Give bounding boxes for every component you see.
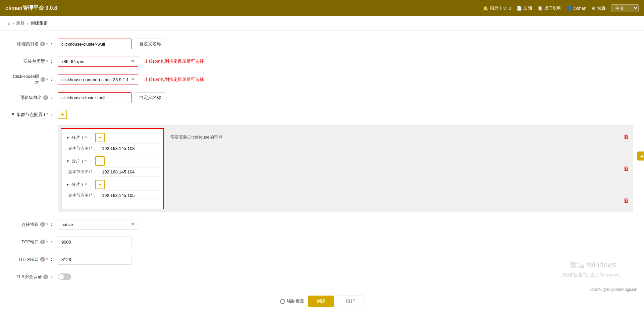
language-selector[interactable]: 中文 English [611, 4, 639, 12]
notification-count: 0 [508, 6, 511, 11]
api-icon: 📋 [537, 6, 543, 11]
cluster-node-content: + [58, 110, 633, 122]
shard-1-replica-info[interactable]: i [89, 146, 90, 151]
settings-link[interactable]: ⚙ 设置 [592, 5, 606, 11]
physical-cluster-custom-btn[interactable]: 自定义名称 [135, 39, 165, 49]
node-hint-content: 需要安装ClickHouse的节点 [170, 131, 616, 140]
tcp-port-input[interactable] [58, 237, 131, 247]
shard-2-title: ▼ 分片 i *： + [65, 156, 159, 166]
add-shard-area: + [58, 110, 67, 122]
brand-title: ckman管理平台 3.0.8 [5, 5, 57, 12]
version-hint: 上传rpm包到指定目录后可选择 [144, 76, 204, 83]
logical-cluster-input[interactable] [58, 92, 131, 103]
api-link[interactable]: 📋 接口说明 [537, 5, 561, 11]
shard-2-add-replica-btn[interactable]: + [95, 156, 105, 166]
shard-1-replica-label: 副本节点IP i *： [67, 146, 97, 151]
physical-cluster-label: 物理集群名 i *： [11, 41, 58, 47]
gear-icon: ⚙ [592, 6, 596, 11]
shard-1-title: ▼ 分片 i *： + [65, 133, 159, 142]
shards-panel: ▼ 分片 i *： + 副本节点IP i *： [61, 128, 164, 209]
delete-shard-3-btn[interactable]: 🗑 [624, 198, 629, 203]
physical-cluster-control: 自定义名称 [58, 39, 165, 49]
physical-cluster-input[interactable] [58, 39, 131, 49]
http-port-info-icon[interactable]: i [40, 257, 45, 262]
tcp-port-control [58, 237, 131, 247]
create-button[interactable]: 创建 [308, 296, 334, 307]
shard-1-collapse-icon: ▼ [66, 136, 69, 140]
shard-2-collapse-icon: ▼ [66, 159, 69, 163]
shard-3-info[interactable]: i [82, 182, 83, 187]
shard-3-replica-label: 副本节点IP i *： [67, 193, 97, 198]
delete-shard-2-btn[interactable]: 🗑 [624, 166, 629, 171]
shard-1: ▼ 分片 i *： + 副本节点IP i *： [65, 133, 159, 153]
user-label: ckman [574, 6, 586, 11]
override-label: 强制覆盖 [287, 298, 304, 304]
docs-label: 文档 [523, 5, 532, 11]
protocol-control: native http [58, 219, 138, 230]
tls-row: TLS安全认证 i： [11, 271, 633, 282]
override-checkbox-label[interactable]: 强制覆盖 [280, 298, 304, 304]
tcp-port-row: TCP端口 i *： [11, 237, 633, 247]
notification-link[interactable]: 🔔 消息中心 0 [483, 5, 511, 11]
tls-toggle[interactable] [58, 273, 71, 280]
version-info-icon[interactable]: i [41, 77, 45, 82]
shard-3-collapse-icon: ▼ [66, 183, 69, 187]
shard-3-replica: 副本节点IP i *： [65, 191, 159, 200]
cluster-node-info-icon[interactable]: i [44, 112, 45, 117]
breadcrumb: ⌂ › 集群 › 创建集群 [0, 16, 644, 31]
install-type-label: 安装包类型 *： [11, 58, 58, 64]
install-type-select[interactable]: x86_64.rpm [58, 56, 138, 67]
settings-label: 设置 [597, 5, 606, 11]
delete-shard-1-btn[interactable]: 🗑 [624, 134, 629, 140]
protocol-select[interactable]: native http [58, 219, 138, 230]
shard-3-add-replica-btn[interactable]: + [95, 180, 105, 189]
protocol-info-icon[interactable]: i [40, 222, 45, 227]
install-type-control: x86_64.rpm 上传rpm包到指定目录后可选择 [58, 56, 204, 67]
http-port-label: HTTP端口 i *： [11, 256, 58, 262]
tcp-port-info-icon[interactable]: i [40, 240, 45, 244]
shard-1-info[interactable]: i [82, 135, 83, 140]
shard-1-ip-input[interactable] [99, 144, 159, 153]
override-checkbox[interactable] [280, 299, 285, 304]
physical-cluster-info-icon[interactable]: i [40, 42, 45, 46]
protocol-row: 连接协议 i *： native http [11, 219, 633, 230]
install-type-row: 安装包类型 *： x86_64.rpm 上传rpm包到指定目录后可选择 [11, 56, 633, 67]
shard-1-replica: 副本节点IP i *： [65, 144, 159, 153]
shard-2-replica-info[interactable]: i [89, 169, 90, 174]
current-page: 创建集群 [31, 20, 48, 26]
logical-cluster-info-icon[interactable]: i [43, 95, 48, 100]
logical-cluster-custom-btn[interactable]: 自定义名称 [135, 92, 165, 103]
version-select[interactable]: clickhouse-common-static-23.9.1.1854.x86… [58, 74, 138, 85]
tls-info-icon[interactable]: i [43, 274, 48, 279]
cancel-button[interactable]: 取消 [338, 296, 364, 307]
shard-2-info[interactable]: i [82, 159, 83, 164]
docs-link[interactable]: 📄 文档 [517, 5, 532, 11]
cluster-node-label: ▼ 集群节点配置 i *： [11, 110, 58, 118]
shard-2-ip-input[interactable] [99, 167, 159, 176]
node-hint-text: 需要安装ClickHouse的节点 [170, 134, 223, 140]
install-type-hint: 上传rpm包到指定目录后可选择 [144, 58, 204, 64]
doc-icon: 📄 [517, 6, 522, 11]
protocol-label: 连接协议 i *： [11, 221, 58, 227]
cluster-link[interactable]: 集群 [16, 20, 25, 26]
user-icon: 👤 [567, 6, 572, 11]
tls-control [58, 273, 71, 280]
shard-3-ip-input[interactable] [99, 191, 159, 200]
shard-2: ▼ 分片 i *： + 副本节点IP i *： [65, 156, 159, 176]
cluster-config-area: ▼ 分片 i *： + 副本节点IP i *： [58, 125, 633, 212]
home-icon[interactable]: ⌂ [8, 21, 11, 26]
side-notch: ◀ [637, 152, 644, 161]
add-shard-button[interactable]: + [58, 110, 67, 119]
shard-1-add-replica-btn[interactable]: + [95, 133, 105, 142]
shard-3-title: ▼ 分片 i *： + [65, 180, 159, 189]
user-link[interactable]: 👤 ckman [567, 6, 586, 11]
notification-label: 消息中心 [490, 5, 507, 11]
shard-3-replica-info[interactable]: i [89, 193, 90, 198]
http-port-input[interactable] [58, 254, 131, 265]
main-content: 物理集群名 i *： 自定义名称 安装包类型 *： x86_64.rpm 上传r… [0, 31, 644, 312]
logical-cluster-control: 自定义名称 [58, 92, 165, 103]
breadcrumb-sep1: › [13, 21, 14, 26]
bell-icon: 🔔 [483, 6, 488, 11]
version-control: clickhouse-common-static-23.9.1.1854.x86… [58, 74, 204, 85]
api-label: 接口说明 [544, 5, 561, 11]
